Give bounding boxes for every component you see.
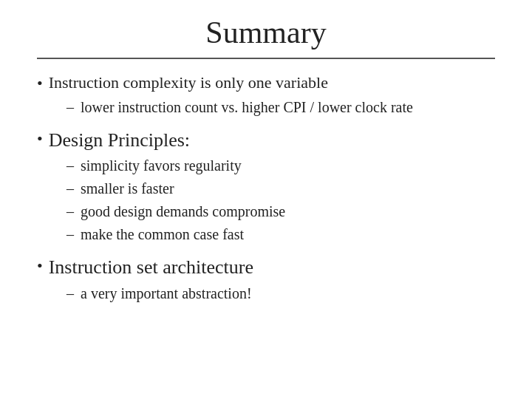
bullet-item-3: • Instruction set architecture – a very … xyxy=(37,255,495,304)
bullet-text-3: Instruction set architecture xyxy=(49,255,253,280)
dash-icon: – xyxy=(66,226,74,242)
dash-icon: – xyxy=(66,99,74,115)
sub-item-2-1: – simplicity favors regularity xyxy=(66,155,495,176)
sub-item-2-4: – make the common case fast xyxy=(66,224,495,245)
bullet-item-2: • Design Principles: – simplicity favors… xyxy=(37,128,495,245)
sub-item-text-3-1: a very important abstraction! xyxy=(81,285,252,301)
sub-item-text-1-1: lower instruction count vs. higher CPI /… xyxy=(81,99,413,115)
sub-items-2: – simplicity favors regularity – smaller… xyxy=(66,155,495,245)
bullet-main-1: • Instruction complexity is only one var… xyxy=(37,72,495,94)
bullet-dot-1: • xyxy=(37,74,43,93)
sub-items-3: – a very important abstraction! xyxy=(66,283,495,304)
dash-icon: – xyxy=(66,285,74,301)
sub-item-2-2: – smaller is faster xyxy=(66,178,495,199)
sub-item-3-1: – a very important abstraction! xyxy=(66,283,495,304)
sub-items-1: – lower instruction count vs. higher CPI… xyxy=(66,97,495,117)
bullet-text-2: Design Principles: xyxy=(49,128,190,153)
slide-title: Summary xyxy=(37,15,495,50)
bullet-main-2: • Design Principles: xyxy=(37,128,495,153)
bullet-main-3: • Instruction set architecture xyxy=(37,255,495,280)
dash-icon: – xyxy=(66,157,74,174)
sub-item-1-1: – lower instruction count vs. higher CPI… xyxy=(66,97,495,117)
sub-item-2-3: – good design demands compromise xyxy=(66,201,495,222)
sub-item-text-2-3: good design demands compromise xyxy=(81,203,285,219)
content-area: • Instruction complexity is only one var… xyxy=(37,72,495,377)
title-section: Summary xyxy=(37,15,495,59)
bullet-dot-2: • xyxy=(37,129,43,149)
bullet-text-1: Instruction complexity is only one varia… xyxy=(49,72,328,94)
sub-item-text-2-2: smaller is faster xyxy=(81,180,174,197)
sub-item-text-2-1: simplicity favors regularity xyxy=(81,157,242,174)
bullet-dot-3: • xyxy=(37,256,43,276)
dash-icon: – xyxy=(66,180,74,197)
bullet-item-1: • Instruction complexity is only one var… xyxy=(37,72,495,117)
slide: Summary • Instruction complexity is only… xyxy=(0,0,532,399)
dash-icon: – xyxy=(66,203,74,219)
sub-item-text-2-4: make the common case fast xyxy=(81,226,244,242)
